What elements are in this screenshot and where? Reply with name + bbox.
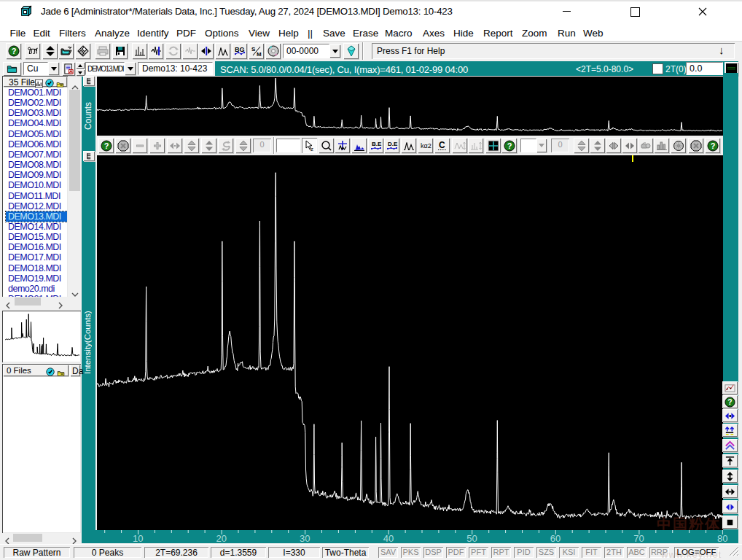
svg-text:?: ? (507, 141, 512, 150)
svg-text:?: ? (11, 47, 16, 55)
svg-text:?: ? (104, 141, 109, 150)
svg-text:?: ? (727, 398, 732, 406)
svg-text:BG: BG (235, 46, 245, 53)
svg-text:M: M (257, 51, 262, 57)
svg-text:S: S (251, 46, 256, 52)
svg-text:D.E: D.E (388, 141, 398, 147)
svg-text:C: C (439, 140, 445, 150)
svg-text:z: z (311, 146, 313, 152)
svg-text:?: ? (710, 141, 715, 150)
svg-text:kα2: kα2 (421, 142, 431, 149)
svg-text:B.E: B.E (372, 141, 382, 147)
